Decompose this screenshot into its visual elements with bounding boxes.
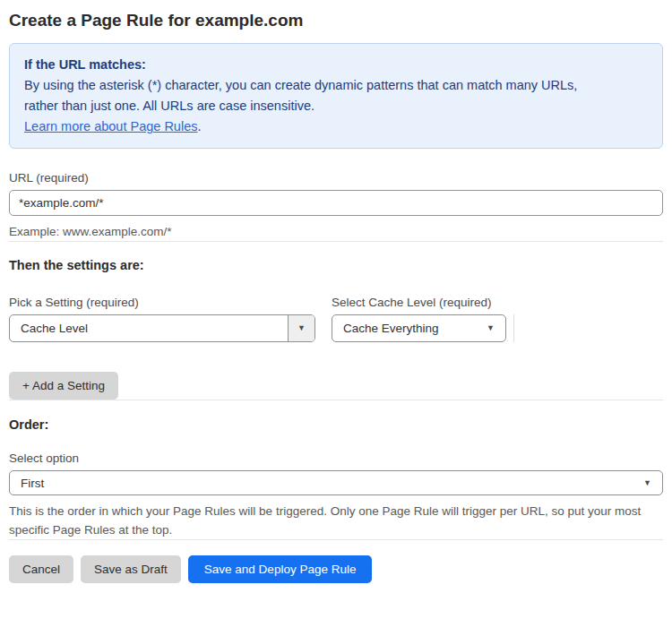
order-label: Select option — [9, 451, 663, 465]
dropdown-arrow-icon: ▼ — [643, 479, 651, 487]
save-draft-button[interactable]: Save as Draft — [81, 555, 181, 583]
dropdown-arrow-icon: ▼ — [297, 324, 306, 332]
order-helper: This is the order in which your Page Rul… — [9, 502, 663, 539]
info-box-body: By using the asterisk (*) character, you… — [24, 75, 598, 116]
order-heading: Order: — [9, 417, 663, 432]
cache-level-value: Cache Everything — [332, 322, 439, 335]
page-rule-form: Create a Page Rule for example.com If th… — [0, 0, 672, 583]
info-box-link-line: Learn more about Page Rules. — [24, 116, 648, 137]
footer-buttons: Cancel Save as Draft Save and Deploy Pag… — [9, 555, 663, 583]
link-period: . — [197, 119, 201, 133]
dropdown-arrow-icon: ▼ — [487, 324, 495, 332]
cache-level-label: Select Cache Level (required) — [332, 296, 506, 309]
divider-footer — [9, 539, 663, 540]
learn-more-link[interactable]: Learn more about Page Rules — [24, 119, 197, 133]
url-label: URL (required) — [9, 171, 663, 185]
page-title: Create a Page Rule for example.com — [9, 9, 663, 32]
cancel-button[interactable]: Cancel — [9, 555, 73, 583]
settings-controls-row: Cache Level ▼ Cache Everything ▼ — [9, 314, 663, 342]
settings-heading: Then the settings are: — [9, 258, 663, 272]
setting-picker-label: Pick a Setting (required) — [9, 296, 315, 309]
info-box: If the URL matches: By using the asteris… — [9, 43, 663, 149]
setting-picker-select[interactable]: Cache Level ▼ — [9, 314, 315, 342]
add-setting-button[interactable]: + Add a Setting — [9, 372, 118, 400]
setting-picker-value: Cache Level — [10, 322, 88, 335]
add-setting-row: + Add a Setting — [9, 372, 663, 400]
settings-labels-row: Pick a Setting (required) Select Cache L… — [9, 296, 663, 309]
url-helper: Example: www.example.com/* — [9, 222, 663, 241]
order-value: First — [10, 477, 44, 490]
save-deploy-button[interactable]: Save and Deploy Page Rule — [188, 555, 373, 583]
setting-value-divider — [513, 314, 514, 342]
order-select[interactable]: First ▼ — [9, 470, 663, 495]
divider-settings — [9, 241, 663, 242]
url-input[interactable] — [9, 190, 663, 216]
cache-level-select[interactable]: Cache Everything ▼ — [332, 314, 506, 342]
info-box-heading: If the URL matches: — [24, 55, 648, 75]
divider-order — [9, 400, 663, 400]
dropdown-arrow-box: ▼ — [288, 315, 314, 341]
